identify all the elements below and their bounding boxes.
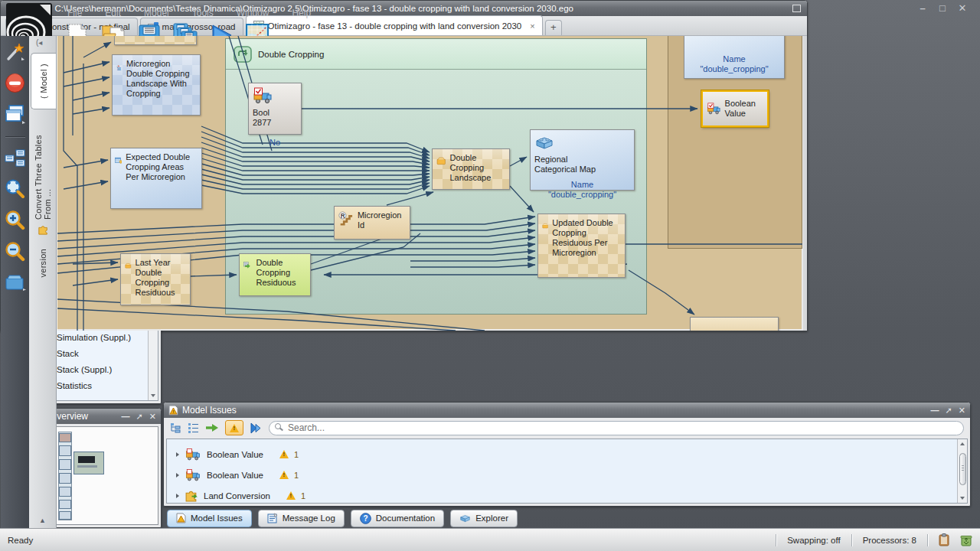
issue-row[interactable]: Land Conversion 1 xyxy=(167,485,957,506)
zoom-out-tool-icon[interactable] xyxy=(5,241,25,262)
node-updated-double-cropping-residuous[interactable]: Updated Double Cropping Residuous Per Mi… xyxy=(537,214,626,278)
node-label: Double Cropping Landscape xyxy=(449,153,505,183)
issues-close-icon[interactable] xyxy=(959,406,965,414)
filter-run-icon[interactable] xyxy=(250,422,263,434)
maximize-window-icon[interactable] xyxy=(937,5,948,14)
warning-icon xyxy=(230,424,239,432)
node-label: Updated Double Cropping Residuous Per Mi… xyxy=(552,218,621,258)
library-item-label: Simulation (Suppl.) xyxy=(57,333,131,342)
calculate-map-icon: π xyxy=(116,59,122,77)
issues-icon: ! xyxy=(168,405,178,416)
status-ready: Ready xyxy=(8,536,33,545)
issues-scroll-thumb[interactable] xyxy=(959,453,966,485)
window-controls xyxy=(917,5,968,14)
node-double-cropping-landscape[interactable]: Double Cropping Landscape xyxy=(432,148,510,190)
issues-panel-header[interactable]: ! Model Issues xyxy=(164,403,970,418)
menu-model[interactable]: Model xyxy=(141,6,172,20)
tab-model[interactable]: ( Model ) xyxy=(31,53,56,109)
warning-icon xyxy=(279,450,289,458)
menu-window[interactable]: Window xyxy=(234,6,273,20)
collapse-strip-icon[interactable]: (◂ xyxy=(36,38,42,47)
node-expected-double-cropping-areas[interactable]: Expected Double Cropping Areas Per Micro… xyxy=(110,148,202,209)
menu-tools[interactable]: Tools xyxy=(189,6,217,20)
node-double-cropping-residuous[interactable]: Double Cropping Residuous xyxy=(239,253,311,296)
dock-tab-message-log[interactable]: Message Log xyxy=(258,510,345,527)
issues-minimize-icon[interactable] xyxy=(931,406,939,414)
recycle-bin-icon[interactable] xyxy=(960,534,972,546)
overview-minimize-icon[interactable] xyxy=(122,412,130,420)
menu-help[interactable]: Help xyxy=(289,6,314,20)
puzzle-orange-icon xyxy=(38,224,49,235)
remove-tool-icon[interactable] xyxy=(5,73,25,93)
dock-tab-explorer[interactable]: Explorer xyxy=(450,510,518,527)
submodel-tab-strip: (◂ ( Model ) Convert Three Tables From .… xyxy=(29,36,57,550)
paste-windows-tool-icon[interactable] xyxy=(5,104,26,124)
node-label: Expected Double Cropping Areas Per Micro… xyxy=(126,152,198,182)
node-bool-2877[interactable]: Bool 2877 No xyxy=(248,83,302,135)
menu-file[interactable]: File xyxy=(64,6,85,20)
node-regional-categorical-map[interactable]: Regional Categorical Map Name "double_cr… xyxy=(530,129,635,191)
node-name-double-cropping[interactable]: Name "double_cropping" xyxy=(684,36,785,79)
node-cut-off-top[interactable] xyxy=(114,36,197,45)
tab-convert-three-tables[interactable]: Convert Three Tables From ... xyxy=(31,129,54,235)
menu-edit[interactable]: Edit xyxy=(102,6,124,20)
go-to-icon[interactable] xyxy=(205,422,219,433)
region-id-icon: R xyxy=(338,210,354,227)
warning-icon xyxy=(279,471,289,479)
scroll-up-icon[interactable] xyxy=(960,442,965,445)
node-last-year-double-cropping-residuous[interactable]: Last Year Double Cropping Residuous xyxy=(120,253,191,305)
node-label: Bool 2877 xyxy=(253,108,277,128)
list-view-icon[interactable] xyxy=(188,422,199,433)
node-name-label: Name xyxy=(723,54,745,64)
close-tab-icon[interactable]: × xyxy=(530,21,534,31)
model-issues-panel: ! Model Issues xyxy=(163,402,971,507)
zoom-fit-tool-icon[interactable] xyxy=(5,178,25,199)
issues-panel-title: Model Issues xyxy=(182,405,237,416)
dock-tab-label: Explorer xyxy=(475,514,508,523)
minimize-window-icon[interactable] xyxy=(917,5,928,14)
tab-label: Otimizagro - fase 13 - double cropping w… xyxy=(268,21,522,31)
overview-close-icon[interactable] xyxy=(149,412,156,420)
expand-arrow-icon[interactable] xyxy=(176,494,179,498)
expand-arrow-icon[interactable] xyxy=(176,473,179,478)
node-label: Regional Categorical Map xyxy=(534,155,608,174)
node-cut-off-bottom[interactable] xyxy=(690,317,779,331)
overview-float-icon[interactable] xyxy=(136,412,143,420)
scroll-down-icon[interactable] xyxy=(151,394,155,397)
toolbar-separator xyxy=(5,136,25,137)
zoom-in-tool-icon[interactable] xyxy=(5,210,25,230)
library-item-label: Stack (Suppl.) xyxy=(57,365,112,374)
issue-row[interactable]: Boolean Value 1 xyxy=(167,444,957,465)
tree-view-icon[interactable] xyxy=(170,422,181,433)
map-store-icon xyxy=(542,218,548,233)
issues-scrollbar[interactable] xyxy=(957,439,967,503)
expand-arrow-icon[interactable] xyxy=(176,452,179,457)
table-shield-icon xyxy=(115,152,122,169)
model-canvas[interactable]: Double Cropping xyxy=(57,36,803,331)
sketch-maximize-icon[interactable] xyxy=(792,5,801,12)
filter-warnings-button[interactable] xyxy=(225,420,243,435)
auto-layout-tool-icon[interactable] xyxy=(5,149,26,168)
clipboard-icon[interactable] xyxy=(939,533,949,546)
scroll-down-icon[interactable] xyxy=(960,497,965,500)
close-window-icon[interactable] xyxy=(957,5,968,14)
node-boolean-value[interactable]: Boolean Value xyxy=(701,90,769,127)
application-window: File Edit Model Tools Window Help xyxy=(0,0,980,551)
dock-tab-documentation[interactable]: ? Documentation xyxy=(351,510,444,527)
dock-tab-label: Message Log xyxy=(283,514,335,523)
issues-toolbar xyxy=(164,418,970,438)
wand-tool-icon[interactable] xyxy=(5,42,25,62)
container-tool-icon[interactable] xyxy=(4,272,27,292)
tab-version[interactable]: version xyxy=(31,249,54,278)
truck-value-icon xyxy=(253,87,273,104)
node-microregion-double-cropping-landscape[interactable]: π Microregion Double Cropping Landscape … xyxy=(112,54,201,116)
dock-tab-model-issues[interactable]: Model Issues xyxy=(167,510,252,527)
issue-label: Land Conversion xyxy=(204,491,270,500)
new-tab-button[interactable]: + xyxy=(545,20,562,35)
issues-search-input[interactable] xyxy=(269,421,964,435)
issue-row[interactable]: Boolean Value 1 xyxy=(167,465,957,485)
node-microregion-id[interactable]: R Microregion Id xyxy=(334,206,410,240)
issue-count: 1 xyxy=(294,450,299,459)
explorer-cube-icon xyxy=(459,513,471,523)
issues-float-icon[interactable] xyxy=(946,406,952,414)
